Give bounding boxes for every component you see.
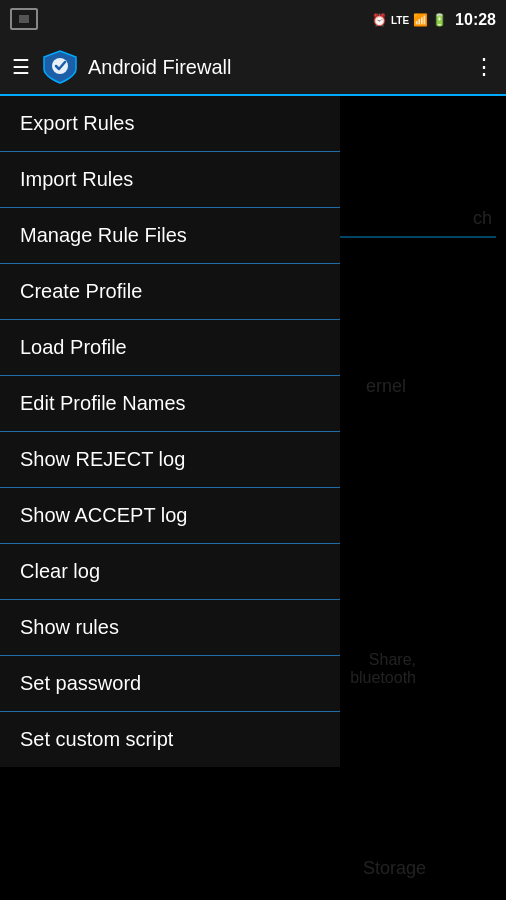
menu-item-show-reject-log[interactable]: Show REJECT log [0,432,340,488]
app-bar: ☰ Android Firewall ⋮ [0,40,506,96]
menu-item-clear-log[interactable]: Clear log [0,544,340,600]
signal-icon: 📶 [413,13,428,27]
alarm-icon: ⏰ [372,13,387,27]
battery-icon: 🔋 [432,13,447,27]
status-bar: ⏰ LTE 📶 🔋 10:28 [0,0,506,40]
menu-item-export-rules[interactable]: Export Rules [0,96,340,152]
menu-item-import-rules[interactable]: Import Rules [0,152,340,208]
hamburger-icon[interactable]: ☰ [12,55,30,79]
menu-overlay [340,96,506,900]
app-title: Android Firewall [88,56,473,79]
menu-item-set-custom-script[interactable]: Set custom script [0,712,340,767]
app-icon [42,49,78,85]
menu-item-load-profile[interactable]: Load Profile [0,320,340,376]
status-time: 10:28 [455,11,496,29]
status-icons: ⏰ LTE 📶 🔋 10:28 [372,11,496,29]
menu-item-show-accept-log[interactable]: Show ACCEPT log [0,488,340,544]
menu-item-create-profile[interactable]: Create Profile [0,264,340,320]
menu-item-show-rules[interactable]: Show rules [0,600,340,656]
more-options-icon[interactable]: ⋮ [473,54,494,80]
lte-icon: LTE [391,15,409,26]
menu-item-edit-profile-names[interactable]: Edit Profile Names [0,376,340,432]
dropdown-menu: Export RulesImport RulesManage Rule File… [0,96,340,767]
menu-item-manage-rule-files[interactable]: Manage Rule Files [0,208,340,264]
image-icon [10,8,38,30]
menu-item-set-password[interactable]: Set password [0,656,340,712]
